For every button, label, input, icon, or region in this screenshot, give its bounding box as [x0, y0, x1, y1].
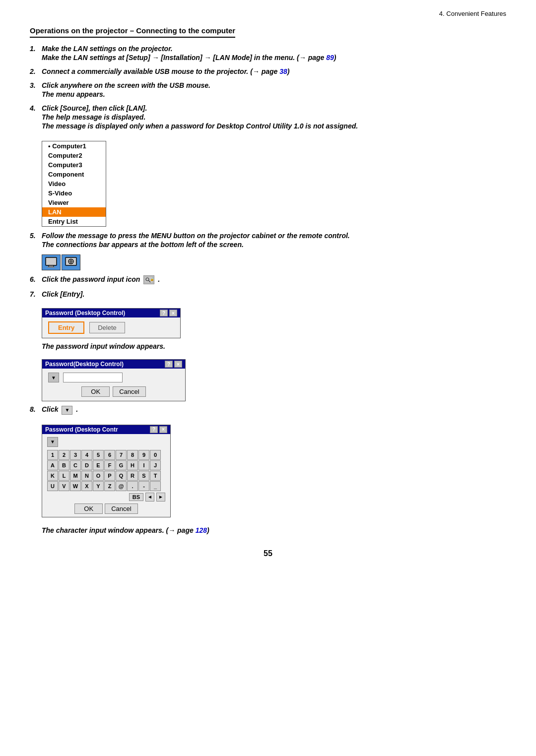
- monitor-icon: [42, 254, 61, 270]
- key-left[interactable]: ◄: [145, 493, 154, 502]
- menu-item-svideo[interactable]: S-Video: [42, 189, 106, 198]
- key-j[interactable]: J: [150, 460, 161, 470]
- dialog1-help-btn[interactable]: ?: [160, 310, 168, 316]
- key-k[interactable]: K: [47, 471, 58, 481]
- key-v[interactable]: V: [59, 481, 69, 491]
- network-icon: [62, 254, 80, 270]
- svg-rect-1: [49, 265, 54, 267]
- key-dot[interactable]: .: [127, 481, 138, 491]
- step2-main: Connect a commercially available USB mou…: [42, 67, 506, 75]
- key-1[interactable]: 1: [47, 450, 58, 460]
- key-4[interactable]: 4: [81, 450, 92, 460]
- key-s[interactable]: S: [138, 471, 149, 481]
- steps-list-6: 6. Click the password input icon 🔒 .: [30, 275, 506, 285]
- menu-item-computer2[interactable]: Computer2: [42, 151, 106, 160]
- key-0[interactable]: 0: [150, 450, 161, 460]
- dialog3-close-btn[interactable]: ×: [159, 426, 167, 433]
- kbd-bs-row: BS ◄ ►: [47, 493, 165, 502]
- step3-sub: The menu appears.: [42, 90, 506, 98]
- step4-main: Click [Source], then click [LAN].: [42, 104, 506, 112]
- menu-item-lan[interactable]: LAN: [42, 207, 106, 217]
- key-p[interactable]: P: [104, 471, 115, 481]
- key-f[interactable]: F: [104, 460, 115, 470]
- svg-rect-0: [46, 257, 57, 265]
- menu-item-entrylist[interactable]: Entry List: [42, 217, 106, 226]
- key-7[interactable]: 7: [116, 450, 127, 460]
- key-q[interactable]: Q: [116, 471, 127, 481]
- step5-sub: The connections bar appears at the botto…: [42, 241, 506, 249]
- key-dash[interactable]: -: [138, 481, 149, 491]
- kbd-cancel-button[interactable]: Cancel: [105, 504, 137, 514]
- key-n[interactable]: N: [81, 471, 92, 481]
- key-8[interactable]: 8: [127, 450, 138, 460]
- key-at[interactable]: @: [116, 481, 127, 491]
- dialog2-close-btn[interactable]: ×: [174, 361, 182, 368]
- key-underscore[interactable]: _: [150, 481, 161, 491]
- dialog3-titlebar: Password (Desktop Contr ? ×: [42, 425, 170, 434]
- key-z[interactable]: Z: [104, 481, 115, 491]
- source-menu: Computer1 Computer2 Computer3 Component …: [42, 141, 106, 227]
- kbd-row-u-under: U V W X Y Z @ . - _: [47, 481, 165, 491]
- page-number: 55: [30, 549, 506, 558]
- svg-text:🔒: 🔒: [149, 277, 153, 281]
- dialog1-titlebar: Password (Desktop Control) ? ×: [42, 309, 180, 317]
- dialog3-help-btn[interactable]: ?: [150, 426, 158, 433]
- menu-item-computer1[interactable]: Computer1: [42, 141, 106, 151]
- key-a[interactable]: A: [47, 460, 58, 470]
- key-3[interactable]: 3: [70, 450, 81, 460]
- key-u[interactable]: U: [47, 481, 58, 491]
- key-w[interactable]: W: [70, 481, 81, 491]
- key-t[interactable]: T: [150, 471, 161, 481]
- menu-item-video[interactable]: Video: [42, 179, 106, 189]
- key-b[interactable]: B: [59, 460, 69, 470]
- steps-list-5: 5. Follow the message to press the MENU …: [30, 232, 506, 250]
- key-y[interactable]: Y: [93, 481, 104, 491]
- key-6[interactable]: 6: [104, 450, 115, 460]
- menu-item-computer3[interactable]: Computer3: [42, 160, 106, 170]
- password-dialog-2: Password(Desktop Control) ? × ▼ OK Cance…: [42, 359, 186, 401]
- key-m[interactable]: M: [70, 471, 81, 481]
- dialog2-titlebar: Password(Desktop Control) ? ×: [42, 360, 185, 369]
- kbd-row-kt: K L M N O P Q R S T: [47, 471, 165, 481]
- menu-item-viewer[interactable]: Viewer: [42, 198, 106, 207]
- entry-button[interactable]: Entry: [48, 321, 84, 334]
- key-o[interactable]: O: [93, 471, 104, 481]
- kbd-dropdown-arrow[interactable]: ▼: [47, 437, 58, 447]
- dialog2-btn-row: OK Cancel: [48, 386, 179, 397]
- key-d[interactable]: D: [81, 460, 92, 470]
- dialog1-body: Entry Delete: [42, 317, 180, 338]
- key-c[interactable]: C: [70, 460, 81, 470]
- step8-subtext-container: The character input window appears. (→ p…: [42, 526, 506, 534]
- kbd-ok-button[interactable]: OK: [74, 504, 103, 514]
- key-9[interactable]: 9: [138, 450, 149, 460]
- menu-item-component[interactable]: Component: [42, 170, 106, 179]
- step3-main: Click anywhere on the screen with the US…: [42, 81, 506, 89]
- dropdown-icon-small: ▼: [62, 406, 72, 415]
- key-r[interactable]: R: [127, 471, 138, 481]
- dialog2-title: Password(Desktop Control): [45, 361, 124, 368]
- key-2[interactable]: 2: [59, 450, 69, 460]
- key-g[interactable]: G: [116, 460, 127, 470]
- dialog2-cancel-button[interactable]: Cancel: [113, 386, 145, 397]
- key-bs[interactable]: BS: [129, 493, 143, 501]
- delete-button[interactable]: Delete: [89, 322, 125, 333]
- dropdown-arrow[interactable]: ▼: [48, 373, 59, 382]
- key-5[interactable]: 5: [93, 450, 104, 460]
- key-h[interactable]: H: [127, 460, 138, 470]
- step-4: 4. Click [Source], then click [LAN]. The…: [30, 104, 506, 131]
- dialog2-ok-button[interactable]: OK: [81, 386, 110, 397]
- key-e[interactable]: E: [93, 460, 104, 470]
- key-l[interactable]: L: [59, 471, 69, 481]
- step8-main: Click ▼ .: [42, 405, 506, 414]
- step7-subtext: The password input window appears.: [42, 342, 506, 350]
- dialog2-help-btn[interactable]: ?: [165, 361, 173, 368]
- password-text-input[interactable]: [63, 373, 123, 382]
- key-x[interactable]: X: [81, 481, 92, 491]
- key-i[interactable]: I: [138, 460, 149, 470]
- dialog1-close-btn[interactable]: ×: [169, 310, 177, 316]
- dialog3-title: Password (Desktop Contr: [45, 426, 118, 433]
- steps-list: 1. Make the LAN settings on the projecto…: [30, 45, 506, 131]
- step8-subtext: The character input window appears. (→ p…: [42, 526, 506, 534]
- password-icon: 🔒: [143, 275, 154, 284]
- key-right[interactable]: ►: [156, 493, 165, 502]
